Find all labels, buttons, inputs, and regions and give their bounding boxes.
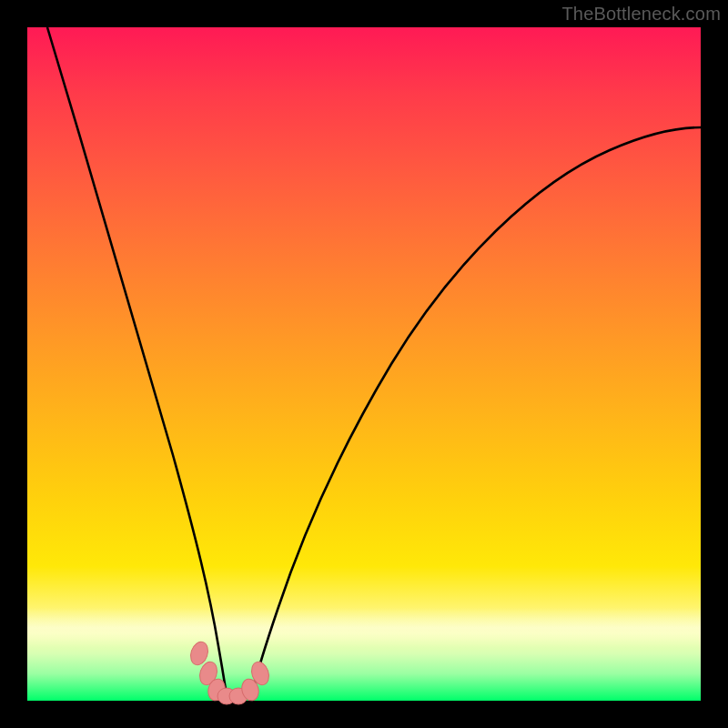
chart-svg: [27, 27, 701, 701]
marker-group: [187, 640, 271, 704]
curve-left: [47, 27, 228, 701]
curve-right: [250, 127, 701, 701]
chart-frame: TheBottleneck.com: [0, 0, 728, 728]
watermark-text: TheBottleneck.com: [561, 4, 721, 25]
